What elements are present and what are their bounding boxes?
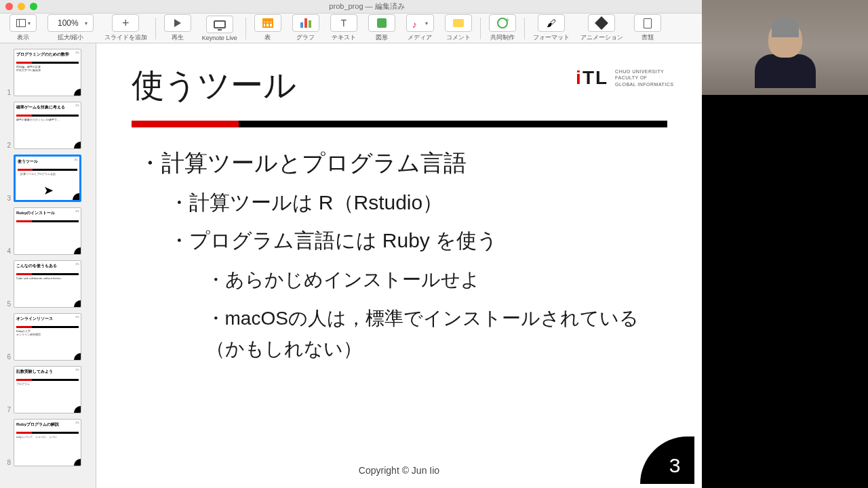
format-label: フォーマット — [533, 33, 570, 42]
bullet-level-2: ・プログラム言語には Ruby を使う — [169, 227, 667, 255]
thumb-preview[interactable]: iTL乱数実験してみようプログラム — [14, 366, 81, 413]
chart-button[interactable] — [292, 14, 319, 32]
thumb-preview[interactable]: iTLオンラインリソースRubyの入手オンライン開発環境 — [14, 313, 81, 361]
slide-thumbnail-8[interactable]: 8iTLRubyプログラムの解説rubyシバング、シェバン、シバン — [0, 418, 96, 470]
zoom-button[interactable]: 100%▾ — [47, 14, 94, 32]
thumb-number: 1 — [3, 89, 11, 96]
thumb-preview[interactable]: iTL確率ゲームを対象に考える確率の事象がどのくらいの確率で… — [14, 102, 81, 149]
maximize-button[interactable] — [30, 3, 37, 10]
comment-button[interactable] — [445, 14, 472, 32]
media-icon — [412, 18, 423, 28]
plus-icon: + — [122, 16, 130, 30]
logo: iTL CHUO UNIVERSITY FACULTY OF GLOBAL IN… — [576, 67, 673, 89]
video-panel — [702, 0, 868, 488]
view-button[interactable]: ▾ — [9, 14, 37, 32]
thumb-preview[interactable]: iTL使うツール・計算ツールとプログラム言語 — [14, 155, 81, 202]
comment-icon — [453, 19, 464, 27]
divider — [132, 121, 667, 127]
slide-thumbnail-3[interactable]: 3iTL使うツール・計算ツールとプログラム言語 — [0, 153, 96, 206]
copyright: Copyright © Jun Iio — [104, 465, 694, 476]
page-number: 3 — [640, 436, 694, 484]
slide-thumbnail-4[interactable]: 4iTLRubyのインストール — [0, 206, 96, 259]
thumb-preview[interactable]: iTLRubyのインストール — [14, 207, 81, 255]
close-button[interactable] — [5, 3, 13, 10]
keynote-window: prob_prog — 編集済み ▾ 表示 100%▾ 拡大/縮小 + スライド… — [0, 0, 702, 488]
document-button[interactable] — [634, 14, 661, 32]
slide-thumbnail-5[interactable]: 5iTLこんなのを使うもあるCode and collaborate, with… — [0, 259, 96, 312]
animation-label: アニメーション — [580, 33, 623, 42]
document-label: 書類 — [642, 33, 654, 42]
add-slide-label: スライドを追加 — [104, 33, 147, 42]
thumb-number: 6 — [3, 353, 11, 361]
bullet-level-1: ・計算ツールとプログラム言語 — [138, 148, 667, 179]
collaborate-label: 共同制作 — [490, 33, 515, 42]
toolbar: ▾ 表示 100%▾ 拡大/縮小 + スライドを追加 再生 Keynote Li… — [0, 14, 702, 43]
thumb-number: 2 — [3, 142, 11, 149]
animation-icon — [595, 16, 608, 30]
window-title: prob_prog — 編集済み — [37, 1, 696, 12]
shape-button[interactable] — [368, 14, 395, 32]
webcam-feed — [702, 0, 868, 95]
format-icon: 🖌 — [547, 18, 556, 28]
shape-icon — [377, 18, 387, 28]
bullet-level-3: ・あらかじめインストールせよ — [206, 265, 667, 296]
format-button[interactable]: 🖌 — [538, 14, 565, 32]
text-label: テキスト — [332, 33, 356, 42]
play-button[interactable] — [164, 14, 191, 32]
media-label: メディア — [408, 33, 432, 42]
zoom-value: 100% — [54, 18, 83, 28]
chart-icon — [300, 18, 311, 28]
animation-button[interactable] — [588, 14, 615, 32]
thumb-preview[interactable]: iTLRubyプログラムの解説rubyシバング、シェバン、シバン — [14, 419, 81, 466]
bullet-level-2: ・計算ツールは R（Rstudio） — [169, 189, 667, 217]
thumb-number: 7 — [3, 406, 11, 413]
thumb-number: 5 — [3, 300, 11, 308]
thumb-preview[interactable]: iTLこんなのを使うもあるCode and collaborate, witho… — [14, 260, 81, 308]
zoom-label: 拡大/縮小 — [58, 33, 84, 42]
slide-thumbnail-1[interactable]: 1iTLプログラミングのための数学特別編：確率の計算中央大学 ITL 飯尾淳 — [0, 47, 96, 100]
thumb-number: 4 — [3, 247, 11, 255]
media-button[interactable]: ▾ — [406, 14, 434, 32]
logo-sub1: CHUO UNIVERSITY — [615, 68, 673, 75]
add-slide-button[interactable]: + — [112, 14, 139, 32]
slide-thumbnail-2[interactable]: 2iTL確率ゲームを対象に考える確率の事象がどのくらいの確率で… — [0, 100, 96, 153]
thumb-number: 8 — [3, 459, 11, 466]
chart-label: グラフ — [296, 33, 315, 42]
collaborate-icon — [497, 18, 508, 28]
minimize-button[interactable] — [18, 3, 25, 10]
table-button[interactable] — [254, 14, 281, 32]
keynote-live-label: Keynote Live — [202, 35, 237, 41]
shape-label: 図形 — [376, 33, 388, 42]
document-icon — [644, 18, 652, 28]
title-bar: prob_prog — 編集済み — [0, 0, 702, 14]
keynote-live-button[interactable] — [206, 16, 233, 33]
comment-label: コメント — [446, 33, 471, 42]
collaborate-button[interactable] — [489, 14, 516, 32]
slide-thumbnail-7[interactable]: 7iTL乱数実験してみようプログラム — [0, 365, 96, 418]
view-label: 表示 — [17, 33, 29, 42]
thumb-preview[interactable]: iTLプログラミングのための数学特別編：確率の計算中央大学 ITL 飯尾淳 — [14, 49, 81, 96]
slide-canvas[interactable]: 使うツール iTL CHUO UNIVERSITY FACULTY OF GLO… — [96, 43, 702, 488]
thumb-number: 3 — [3, 195, 11, 202]
play-icon — [174, 19, 181, 27]
slide-thumbnail-6[interactable]: 6iTLオンラインリソースRubyの入手オンライン開発環境 — [0, 312, 96, 365]
text-button[interactable]: T — [330, 14, 357, 32]
logo-sub3: GLOBAL INFORMATICS — [615, 81, 673, 87]
slide-navigator[interactable]: 1iTLプログラミングのための数学特別編：確率の計算中央大学 ITL 飯尾淳2i… — [0, 43, 96, 488]
play-label: 再生 — [172, 33, 184, 42]
logo-sub2: FACULTY OF — [615, 75, 673, 81]
table-icon — [262, 18, 273, 28]
bullet-level-3: ・macOSの人は，標準でインストールされている（かもしれない） — [206, 304, 667, 365]
slide-content: 使うツール iTL CHUO UNIVERSITY FACULTY OF GLO… — [104, 43, 694, 484]
text-icon: T — [340, 18, 347, 28]
screen-icon — [214, 20, 226, 28]
table-label: 表 — [264, 33, 271, 42]
